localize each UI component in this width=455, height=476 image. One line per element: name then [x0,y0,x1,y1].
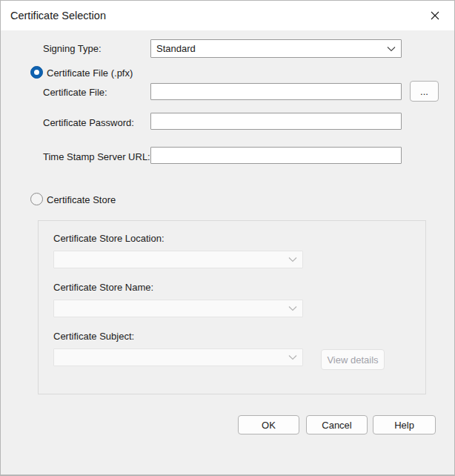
signing-type-label: Signing Type: [43,43,102,54]
chevron-down-icon [283,305,302,311]
certificate-store-group: Certificate Store Location: Certificate … [38,220,426,394]
certificate-file-radio[interactable] [30,66,43,79]
chevron-down-icon [283,257,302,262]
store-location-label: Certificate Store Location: [53,233,165,244]
view-details-button: View details [321,349,385,370]
chevron-down-icon [283,354,302,360]
chevron-down-icon [382,46,401,52]
certificate-file-input[interactable] [150,83,402,100]
certificate-password-label: Certificate Password: [43,117,134,128]
cancel-button[interactable]: Cancel [306,415,368,434]
certificate-subject-dropdown [53,348,303,366]
certificate-password-input[interactable] [150,113,402,130]
close-icon [430,10,440,21]
signing-type-dropdown[interactable]: Standard [150,39,402,58]
store-location-dropdown [53,251,303,268]
browse-button[interactable]: ... [410,81,439,102]
certificate-store-radio-label[interactable]: Certificate Store [47,194,116,205]
certificate-subject-label: Certificate Subject: [53,331,134,342]
timestamp-url-label: Time Stamp Server URL: [43,151,150,162]
certificate-file-label: Certificate File: [43,87,107,98]
close-button[interactable] [419,1,451,30]
title-bar: Certificate Selection [1,1,454,30]
certificate-store-radio[interactable] [30,193,43,205]
dialog-title: Certificate Selection [10,1,106,30]
store-name-label: Certificate Store Name: [53,282,153,293]
ok-button[interactable]: OK [238,415,299,434]
timestamp-url-input[interactable] [150,147,402,164]
help-button[interactable]: Help [373,415,436,434]
store-name-dropdown [53,300,303,317]
signing-type-value: Standard [151,43,382,54]
certificate-selection-dialog: Certificate Selection Signing Type: Stan… [0,0,455,476]
certificate-file-radio-label[interactable]: Certificate File (.pfx) [47,67,133,79]
